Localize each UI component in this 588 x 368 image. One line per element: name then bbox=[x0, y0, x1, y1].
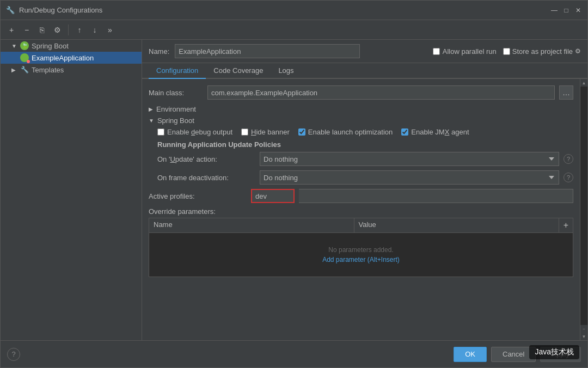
ok-button[interactable]: OK bbox=[454, 347, 487, 362]
on-frame-label: On frame deactivation: bbox=[157, 174, 255, 182]
title-bar: 🔧 Run/Debug Configurations — □ ✕ bbox=[1, 1, 587, 20]
enable-launch-checkbox[interactable] bbox=[298, 128, 305, 136]
move-down-button[interactable]: ↓ bbox=[88, 23, 101, 36]
move-up-button[interactable]: ↑ bbox=[73, 23, 86, 36]
right-scrollbar: ▲ − ▼ bbox=[580, 79, 587, 340]
bottom-actions: OK Cancel Apply bbox=[454, 347, 581, 362]
enable-jmx-checkbox[interactable] bbox=[401, 128, 408, 136]
profiles-rest-area bbox=[299, 189, 573, 203]
toolbar-separator bbox=[68, 24, 69, 35]
enable-debug-label: Enable debug output bbox=[167, 128, 232, 136]
active-profiles-input[interactable] bbox=[251, 189, 295, 203]
environment-section-header[interactable]: ▶ Environment bbox=[149, 105, 573, 113]
on-frame-row: On frame deactivation: Do nothing Update… bbox=[157, 170, 573, 185]
enable-debug-checkbox[interactable] bbox=[157, 128, 164, 136]
scroll-minus-button[interactable]: − bbox=[580, 325, 588, 333]
allow-parallel-checkbox[interactable] bbox=[433, 48, 440, 55]
dialog-icon: 🔧 bbox=[6, 6, 15, 15]
main-panel: Name: Allow parallel run Store as projec… bbox=[142, 40, 587, 340]
active-profiles-label: Active profiles: bbox=[149, 192, 247, 200]
enable-jmx-item[interactable]: Enable JMX agent bbox=[401, 128, 469, 136]
add-config-button[interactable]: + bbox=[5, 23, 18, 36]
on-update-dropdown[interactable]: Do nothing Update classes and resources … bbox=[260, 152, 559, 166]
toolbar: + − ⎘ ⚙ ↑ ↓ » bbox=[1, 20, 587, 40]
settings-config-button[interactable]: ⚙ bbox=[51, 23, 64, 36]
main-class-input[interactable] bbox=[207, 85, 555, 100]
store-project-row[interactable]: Store as project file ⚙ bbox=[503, 47, 581, 56]
remove-config-button[interactable]: − bbox=[20, 23, 33, 36]
add-param-button[interactable]: + bbox=[559, 218, 573, 232]
sidebar-item-templates[interactable]: ▶ 🔧 Templates bbox=[1, 64, 142, 76]
cancel-button[interactable]: Cancel bbox=[491, 347, 536, 362]
main-class-label: Main class: bbox=[149, 89, 203, 97]
on-frame-dropdown[interactable]: Do nothing Update classes and resources … bbox=[260, 170, 559, 185]
apply-button[interactable]: Apply bbox=[540, 347, 581, 362]
scroll-up-button[interactable]: ▲ bbox=[580, 79, 588, 87]
example-app-icon bbox=[20, 53, 29, 62]
hide-banner-item[interactable]: Hide banner bbox=[241, 128, 290, 136]
on-frame-help-icon[interactable]: ? bbox=[564, 173, 573, 182]
help-button[interactable]: ? bbox=[7, 348, 20, 361]
environment-arrow-icon: ▶ bbox=[149, 106, 153, 112]
table-name-header: Name bbox=[149, 218, 354, 232]
copy-config-button[interactable]: ⎘ bbox=[35, 23, 48, 36]
add-param-link[interactable]: Add parameter (Alt+Insert) bbox=[322, 256, 400, 263]
active-profiles-row: Active profiles: bbox=[149, 189, 573, 203]
environment-label: Environment bbox=[156, 105, 196, 113]
more-options-button[interactable]: » bbox=[103, 23, 117, 36]
close-button[interactable]: ✕ bbox=[574, 7, 582, 14]
sidebar: ▼ 🍃 Spring Boot ExampleApplication ▶ 🔧 T… bbox=[1, 40, 142, 340]
table-value-header: Value bbox=[354, 218, 559, 232]
store-project-checkbox[interactable] bbox=[503, 48, 510, 55]
enable-launch-item[interactable]: Enable launch optimization bbox=[298, 128, 393, 136]
templates-label: Templates bbox=[32, 66, 64, 74]
main-class-row: Main class: … bbox=[149, 85, 573, 100]
minimize-button[interactable]: — bbox=[550, 7, 558, 14]
enable-launch-label: Enable launch optimization bbox=[308, 128, 393, 136]
spring-boot-icon: 🍃 bbox=[20, 41, 29, 50]
checkbox-options-row: Enable debug output Hide banner Enable l… bbox=[157, 128, 573, 136]
tab-configuration[interactable]: Configuration bbox=[149, 63, 206, 79]
table-header: Name Value + bbox=[149, 218, 573, 233]
spring-boot-section-arrow-icon: ▼ bbox=[149, 118, 154, 124]
store-project-label: Store as project file bbox=[512, 47, 573, 56]
templates-icon: 🔧 bbox=[20, 65, 29, 74]
name-input[interactable] bbox=[175, 44, 360, 58]
enable-jmx-label: Enable JMX agent bbox=[411, 128, 469, 136]
spring-boot-label: Spring Boot bbox=[32, 42, 69, 50]
on-update-help-icon[interactable]: ? bbox=[564, 154, 573, 164]
on-update-row: On 'Update' action: Do nothing Update cl… bbox=[157, 152, 573, 166]
override-params-label: Override parameters: bbox=[149, 207, 573, 216]
run-debug-dialog: 🔧 Run/Debug Configurations — □ ✕ + − ⎘ ⚙… bbox=[0, 0, 588, 368]
bottom-bar: ? OK Cancel Apply bbox=[1, 340, 587, 367]
allow-parallel-row[interactable]: Allow parallel run bbox=[433, 47, 497, 56]
spring-boot-options: Enable debug output Hide banner Enable l… bbox=[149, 128, 573, 185]
maximize-button[interactable]: □ bbox=[562, 7, 570, 14]
spring-boot-section-header[interactable]: ▼ Spring Boot bbox=[149, 116, 573, 125]
panel-content: Main class: … ▶ Environment ▼ Spring Boo… bbox=[142, 79, 580, 340]
no-params-text: No parameters added. bbox=[328, 246, 393, 254]
spring-boot-arrow-icon: ▼ bbox=[11, 43, 20, 49]
scroll-down-button[interactable]: ▼ bbox=[580, 333, 588, 340]
allow-parallel-label: Allow parallel run bbox=[443, 47, 497, 56]
override-params-table: Name Value + No parameters added. Add pa… bbox=[149, 218, 573, 277]
enable-debug-item[interactable]: Enable debug output bbox=[157, 128, 232, 136]
dialog-title: Run/Debug Configurations bbox=[19, 6, 550, 14]
store-gear-icon[interactable]: ⚙ bbox=[575, 47, 581, 55]
tabs-bar: Configuration Code Coverage Logs bbox=[142, 63, 587, 79]
tab-code-coverage[interactable]: Code Coverage bbox=[206, 63, 271, 79]
on-update-label: On 'Update' action: bbox=[157, 155, 255, 163]
name-options: Allow parallel run Store as project file… bbox=[433, 47, 581, 56]
name-field-label: Name: bbox=[149, 47, 169, 56]
sidebar-item-spring-boot[interactable]: ▼ 🍃 Spring Boot bbox=[1, 40, 142, 52]
title-controls: — □ ✕ bbox=[550, 7, 582, 14]
running-policies-header: Running Application Update Policies bbox=[157, 140, 573, 149]
main-class-browse-button[interactable]: … bbox=[559, 85, 573, 100]
spring-boot-section-label: Spring Boot bbox=[157, 116, 194, 125]
scroll-track[interactable] bbox=[580, 87, 587, 325]
hide-banner-checkbox[interactable] bbox=[241, 128, 248, 136]
main-content: ▼ 🍃 Spring Boot ExampleApplication ▶ 🔧 T… bbox=[1, 40, 587, 340]
sidebar-item-example-app[interactable]: ExampleApplication bbox=[1, 52, 142, 64]
tab-logs[interactable]: Logs bbox=[271, 63, 301, 79]
templates-arrow-icon: ▶ bbox=[11, 67, 20, 73]
